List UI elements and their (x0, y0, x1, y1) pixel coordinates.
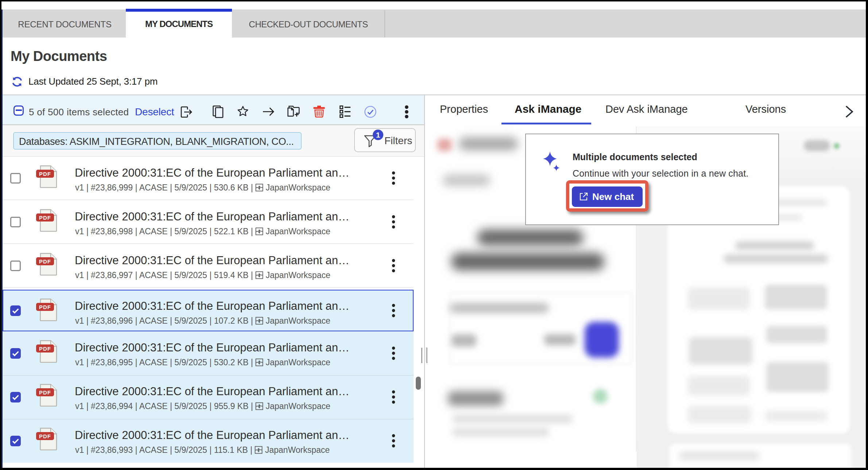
svg-text:PDF: PDF (39, 171, 51, 177)
svg-text:PDF: PDF (39, 346, 51, 352)
svg-text:PDF: PDF (39, 215, 51, 221)
svg-text:PDF: PDF (39, 433, 51, 439)
svg-text:PDF: PDF (39, 389, 51, 396)
svg-text:PDF: PDF (39, 304, 51, 310)
svg-text:PDF: PDF (39, 258, 51, 265)
